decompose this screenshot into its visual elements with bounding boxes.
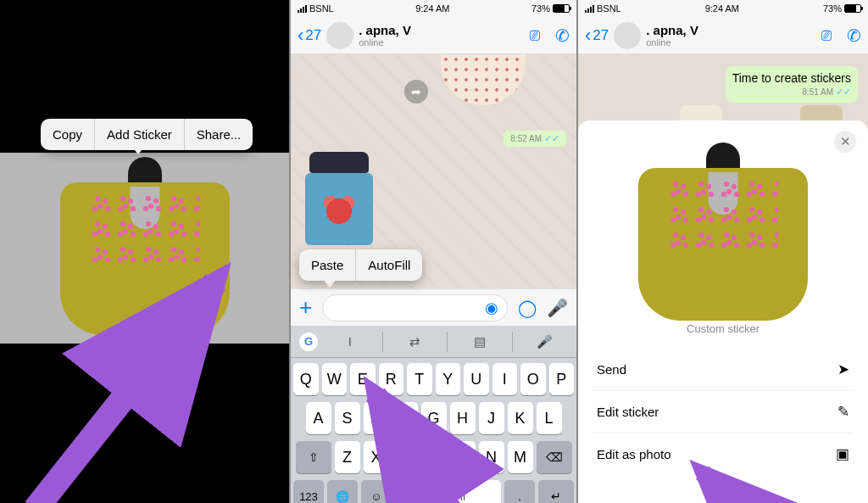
contact-info[interactable]: . apna, V online bbox=[646, 23, 816, 48]
voice-call-icon[interactable]: ✆ bbox=[847, 25, 861, 46]
message-text: Time to create stickers bbox=[732, 71, 851, 85]
chat-preview: Time to create stickers 8:51 AM✓✓ bbox=[578, 54, 868, 131]
battery-percent: 73% bbox=[823, 3, 842, 14]
message-bubble[interactable]: Time to create stickers 8:51 AM✓✓ bbox=[726, 66, 858, 103]
back-button[interactable]: ‹ 27 bbox=[585, 25, 609, 47]
back-count: 27 bbox=[593, 27, 609, 44]
back-count: 27 bbox=[305, 27, 321, 44]
plus-icon[interactable]: + bbox=[299, 294, 312, 321]
close-button[interactable]: ✕ bbox=[834, 131, 856, 153]
contact-status: online bbox=[359, 37, 525, 48]
contact-info[interactable]: . apna, V online bbox=[359, 23, 525, 48]
contact-name: . apna, V bbox=[646, 23, 816, 37]
read-checks-icon: ✓✓ bbox=[836, 87, 851, 98]
annotation-arrow bbox=[663, 327, 868, 503]
battery-icon bbox=[553, 4, 570, 13]
voice-call-icon[interactable]: ✆ bbox=[555, 25, 570, 46]
read-checks-icon: ✓✓ bbox=[544, 133, 559, 144]
carrier-label: BSNL bbox=[597, 3, 621, 14]
video-call-icon[interactable]: ⎚ bbox=[530, 25, 540, 46]
sticker-sheet-panel: BSNL 9:24 AM 73% ‹ 27 . apna, V online ⎚… bbox=[578, 0, 868, 503]
shift-key[interactable]: ⇧ bbox=[296, 441, 331, 473]
sticker-preview-image bbox=[626, 143, 821, 312]
google-icon[interactable]: G bbox=[299, 333, 318, 351]
status-bar: BSNL 9:24 AM 73% bbox=[578, 0, 868, 17]
key-q[interactable]: Q bbox=[293, 363, 319, 395]
video-call-icon[interactable]: ⎚ bbox=[821, 25, 832, 46]
chevron-left-icon: ‹ bbox=[585, 25, 591, 47]
contact-avatar[interactable] bbox=[614, 22, 641, 49]
signal-icon bbox=[585, 5, 594, 13]
chat-header: ‹ 27 . apna, V online ⎚ ✆ bbox=[578, 17, 868, 54]
clock: 9:24 AM bbox=[705, 3, 739, 14]
contact-status: online bbox=[646, 37, 816, 48]
clock: 9:24 AM bbox=[415, 3, 449, 14]
annotation-arrow bbox=[337, 275, 578, 503]
status-bar: BSNL 9:24 AM 73% bbox=[291, 0, 576, 17]
carrier-label: BSNL bbox=[309, 3, 334, 14]
forward-icon[interactable]: ➦ bbox=[404, 80, 428, 103]
photo-viewer-panel: Copy Add Sticker Share... bbox=[0, 0, 289, 503]
battery-icon bbox=[844, 4, 861, 13]
annotation-arrow bbox=[17, 131, 289, 503]
battery-percent: 73% bbox=[531, 3, 550, 14]
contact-avatar[interactable] bbox=[326, 22, 353, 49]
message-timestamp: 8:52 AM✓✓ bbox=[504, 131, 566, 147]
sticker-jar[interactable] bbox=[301, 152, 377, 245]
signal-icon bbox=[298, 5, 307, 13]
back-button[interactable]: ‹ 27 bbox=[298, 25, 321, 47]
key-a[interactable]: A bbox=[306, 402, 331, 434]
chat-body: ➦ 8:52 AM✓✓ Paste AutoFill + ◉ ◯ 🎤 G I ⇄… bbox=[291, 54, 576, 503]
svg-line-5 bbox=[703, 472, 868, 503]
whatsapp-chat-panel: BSNL 9:24 AM 73% ‹ 27 . apna, V online ⎚… bbox=[289, 0, 578, 503]
svg-line-3 bbox=[376, 394, 528, 503]
chevron-left-icon: ‹ bbox=[298, 25, 303, 47]
key-123[interactable]: 123 bbox=[293, 480, 324, 503]
message-time: 8:51 AM bbox=[802, 87, 833, 97]
svg-line-1 bbox=[35, 282, 215, 503]
contact-name: . apna, V bbox=[359, 23, 525, 37]
chat-header: ‹ 27 . apna, V online ⎚ ✆ bbox=[291, 17, 576, 54]
